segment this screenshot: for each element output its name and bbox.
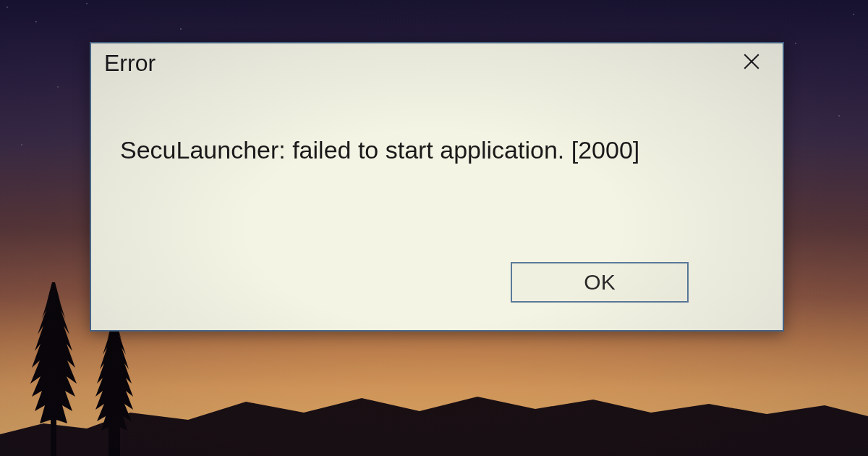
dialog-footer: OK bbox=[91, 243, 783, 330]
close-button[interactable] bbox=[733, 45, 770, 81]
error-dialog: Error SecuLauncher: failed to start appl… bbox=[90, 42, 784, 332]
error-message: SecuLauncher: failed to start applicatio… bbox=[120, 136, 761, 164]
ok-button[interactable]: OK bbox=[511, 262, 689, 303]
dialog-body: SecuLauncher: failed to start applicatio… bbox=[91, 83, 783, 243]
dialog-titlebar[interactable]: Error bbox=[91, 43, 783, 83]
close-icon bbox=[742, 52, 761, 74]
dialog-title: Error bbox=[104, 50, 156, 77]
